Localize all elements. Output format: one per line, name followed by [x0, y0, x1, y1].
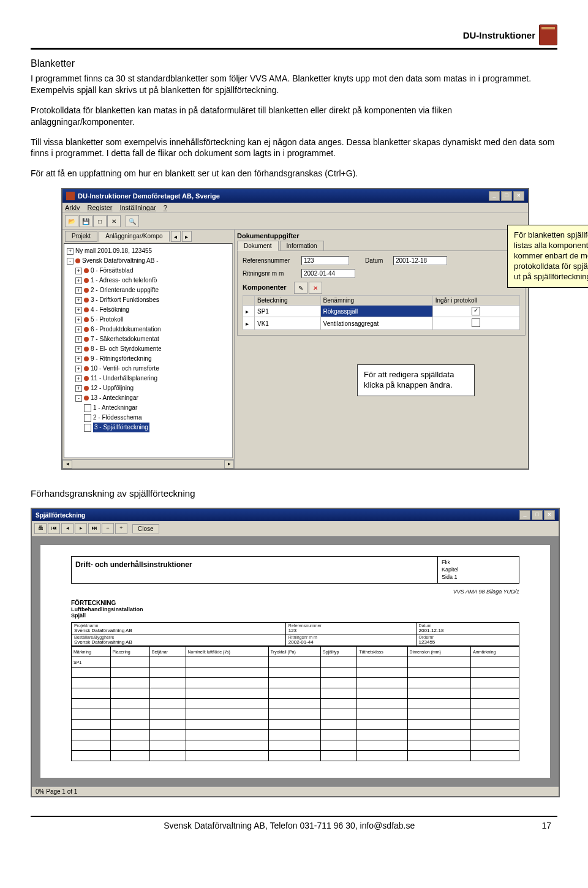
pv-header-left: Drift- och underhållsinstruktioner	[72, 557, 438, 583]
tree-item[interactable]: +10 - Ventil- och rumsförte	[66, 364, 231, 374]
callout-edit: För att redigera spjälldata klicka på kn…	[357, 364, 475, 396]
pv-prev-icon[interactable]: ◂	[61, 523, 74, 534]
footer-rule	[31, 816, 557, 817]
book-icon	[539, 24, 557, 45]
tree-item[interactable]: +4 - Felsökning	[66, 305, 231, 315]
callout-komponenter: För blanketten spjällförteckning listas …	[507, 225, 588, 287]
toolbar-new-icon[interactable]: □	[93, 215, 107, 227]
komponenter-table[interactable]: Beteckning Benämning Ingår i protokoll ▸…	[243, 295, 520, 330]
tree-item[interactable]: 3 - Spjällförteckning	[66, 423, 231, 432]
group-label: Dokumentuppgifter	[237, 232, 526, 239]
preview-title: Spjällförteckning	[36, 512, 85, 519]
scroll-left-icon[interactable]: ◂	[62, 460, 72, 468]
pv-next-icon[interactable]: ▸	[75, 523, 87, 534]
close-button[interactable]: ×	[513, 191, 524, 201]
preview-window: Spjällförteckning _ □ × 🖶 ⏮ ◂ ▸ ⏭ − + Cl…	[31, 508, 560, 797]
tab-anlaggningar[interactable]: Anläggningar/Kompo	[99, 231, 169, 242]
tree-item[interactable]: +12 - Uppföljning	[66, 383, 231, 393]
menu-register[interactable]: Register	[87, 204, 112, 211]
toolbar-preview-icon[interactable]: 🔍	[126, 215, 139, 227]
tree-item[interactable]: +6 - Produktdokumentation	[66, 325, 231, 334]
header-title: DU-Instruktioner	[463, 30, 535, 40]
tab-scroll-left-icon[interactable]: ◂	[171, 231, 181, 242]
para-4: För att få en uppfattning om hur en blan…	[31, 168, 557, 179]
minimize-button[interactable]: _	[489, 191, 500, 201]
section-title: Blanketter	[31, 58, 557, 69]
komponenter-label: Komponenter	[243, 284, 287, 291]
preview-caption: Förhandsgranskning av spjällförteckning	[31, 488, 557, 499]
h-scrollbar[interactable]: ◂ ▸	[62, 459, 234, 468]
datum-input[interactable]	[393, 256, 447, 265]
ritning-input[interactable]	[301, 269, 355, 278]
toolbar-delete-icon[interactable]: ✕	[107, 215, 121, 227]
pv-close-button[interactable]: ×	[544, 510, 555, 520]
left-pane: Projekt Anläggningar/Kompo ◂ ▸ +Ny mall …	[62, 230, 235, 468]
toolbar-open-icon[interactable]: 📂	[65, 215, 78, 227]
tree-item[interactable]: 1 - Anteckningar	[66, 403, 231, 413]
datum-label: Datum	[365, 257, 390, 264]
tree-item[interactable]: +8 - El- och Styrdokumente	[66, 344, 231, 354]
komp-delete-icon[interactable]: ✕	[309, 282, 322, 294]
tab-dokument[interactable]: Dokument	[237, 241, 279, 251]
pv-close-toolbar-button[interactable]: Close	[132, 524, 159, 533]
pv-data-table: MärkningPlaceringBetjänarNominellt luftf…	[71, 646, 519, 761]
menu-arkiv[interactable]: Arkiv	[65, 204, 80, 211]
table-row	[72, 751, 519, 761]
table-row	[72, 709, 519, 720]
titlebar: DU-Instruktioner Demoföretaget AB, Sveri…	[62, 189, 528, 203]
tree-view[interactable]: +Ny mall 2001.09.18, 123455-Svensk Dataf…	[64, 243, 233, 458]
tree-item[interactable]: +5 - Protokoll	[66, 315, 231, 325]
maximize-button[interactable]: □	[501, 191, 512, 201]
window-title: DU-Instruktioner Demoföretaget AB, Sveri…	[78, 192, 220, 200]
para-1: I programmet finns ca 30 st standardblan…	[31, 73, 557, 96]
tree-item[interactable]: +0 - Försättsblad	[66, 266, 231, 276]
table-row	[72, 740, 519, 751]
pv-last-icon[interactable]: ⏭	[88, 523, 100, 534]
table-row	[72, 730, 519, 740]
toolbar-save-icon[interactable]: 💾	[79, 215, 92, 227]
pv-zoomin-icon[interactable]: +	[115, 523, 127, 534]
page-number: 17	[541, 821, 551, 830]
menu-installningar[interactable]: Inställningar	[119, 204, 156, 211]
pv-fort3: Spjäll	[71, 612, 519, 619]
pv-forteckning: FÖRTECKNING	[71, 600, 519, 606]
tree-item[interactable]: -13 - Anteckningar	[66, 393, 231, 403]
pv-fort2: Luftbehandlingsinstallation	[71, 606, 519, 612]
tree-item[interactable]: -Svensk Dataförvaltning AB -	[66, 256, 231, 266]
preview-page: Drift- och underhållsinstruktioner Flik …	[40, 545, 550, 778]
pv-maximize-button[interactable]: □	[532, 510, 543, 520]
pv-minimize-button[interactable]: _	[519, 510, 530, 520]
tree-item[interactable]: +7 - Säkerhetsdokumentat	[66, 334, 231, 344]
toolbar: 📂 💾 □ ✕ 🔍	[62, 213, 528, 230]
menu-help[interactable]: ?	[164, 204, 167, 211]
table-row	[72, 678, 519, 688]
para-2: Protokolldata för blanketten kan matas i…	[31, 105, 557, 128]
tree-item[interactable]: +11 - Underhållsplanering	[66, 374, 231, 383]
tab-scroll-right-icon[interactable]: ▸	[182, 231, 192, 242]
para-3: Till vissa blanketter som exempelvis inn…	[31, 137, 557, 160]
table-row	[72, 720, 519, 730]
tree-item[interactable]: +2 - Orienterande uppgifte	[66, 285, 231, 295]
table-row[interactable]: ▸SP1Rökgasspjäll✓	[243, 306, 520, 317]
pv-print-icon[interactable]: 🖶	[34, 523, 47, 534]
right-pane: Dokumentuppgifter Dokument Information R…	[235, 230, 528, 468]
tree-item[interactable]: +9 - Ritningsförteckning	[66, 354, 231, 364]
pv-zoomout-icon[interactable]: −	[102, 523, 114, 534]
tree-item[interactable]: +3 - Driftkort Funktionsbes	[66, 295, 231, 305]
table-row[interactable]: ▸VK1Ventilationsaggregat	[243, 317, 520, 330]
tree-item[interactable]: +Ny mall 2001.09.18, 123455	[66, 246, 231, 256]
tab-information[interactable]: Information	[280, 241, 324, 251]
komp-edit-icon[interactable]: ✎	[294, 282, 307, 294]
pv-first-icon[interactable]: ⏮	[48, 523, 60, 534]
scroll-right-icon[interactable]: ▸	[224, 460, 234, 468]
tree-item[interactable]: 2 - Flödesschema	[66, 413, 231, 423]
pv-header-right: Flik Kapitel Sida 1	[438, 557, 519, 583]
table-row: SP1	[72, 657, 519, 668]
footer-text: Svensk Dataförvaltning AB, Telefon 031-7…	[164, 821, 415, 830]
menubar: Arkiv Register Inställningar ?	[62, 203, 528, 213]
tree-item[interactable]: +1 - Adress- och telefonfö	[66, 276, 231, 285]
tab-projekt[interactable]: Projekt	[65, 231, 97, 242]
col-beteckning: Beteckning	[255, 296, 321, 306]
preview-toolbar: 🖶 ⏮ ◂ ▸ ⏭ − + Close	[32, 521, 559, 536]
refnum-input[interactable]	[301, 256, 349, 265]
